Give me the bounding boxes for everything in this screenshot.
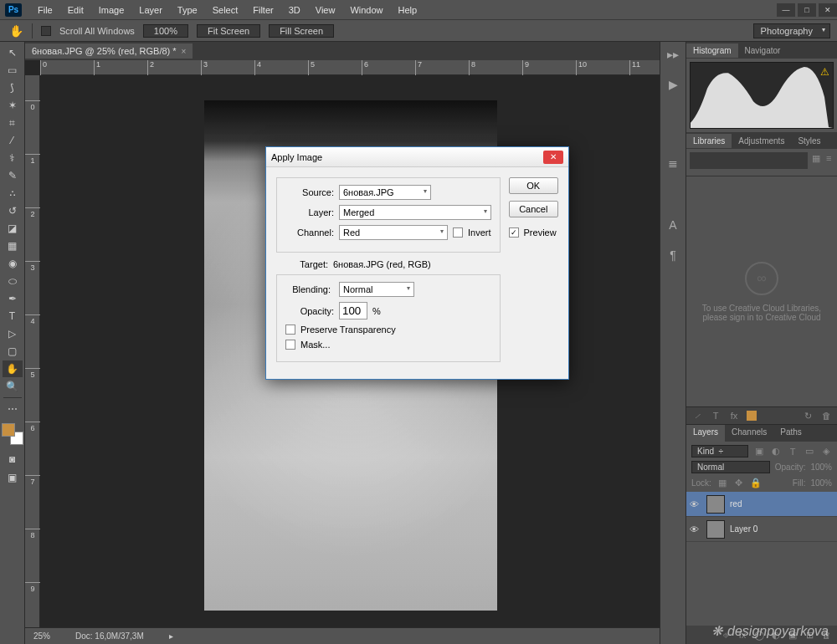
menu-type[interactable]: Type xyxy=(170,5,205,15)
fit-screen-button[interactable]: Fit Screen xyxy=(197,24,260,38)
hand-tool-icon[interactable]: ✋ xyxy=(8,23,23,38)
styles-tab[interactable]: Styles xyxy=(791,134,827,148)
history-panel-icon[interactable]: ▶ xyxy=(665,77,680,92)
type-tool-icon[interactable]: T xyxy=(3,308,23,325)
preview-checkbox[interactable]: ✓ xyxy=(509,227,519,238)
document-tab[interactable]: 6новая.JPG @ 25% (red, RGB/8) * × xyxy=(25,43,193,59)
lock-pixels-icon[interactable]: ▦ xyxy=(716,477,728,488)
layer-name[interactable]: red xyxy=(730,499,742,509)
status-arrow-icon[interactable]: ▸ xyxy=(169,631,173,641)
menu-select[interactable]: Select xyxy=(205,5,246,15)
menu-3d[interactable]: 3D xyxy=(281,5,308,15)
workspace-select[interactable]: Photography xyxy=(753,23,830,38)
menu-view[interactable]: View xyxy=(308,5,343,15)
dialog-close-button[interactable]: ✕ xyxy=(543,151,563,164)
crop-tool-icon[interactable]: ⌗ xyxy=(3,115,23,131)
channel-select[interactable]: Red xyxy=(339,225,448,240)
dodge-tool-icon[interactable]: ⬭ xyxy=(3,273,23,289)
layers-tab[interactable]: Layers xyxy=(686,425,725,442)
preserve-transparency-checkbox[interactable] xyxy=(285,325,295,335)
eyedropper-tool-icon[interactable]: ⁄ xyxy=(3,132,23,149)
path-select-tool-icon[interactable]: ▷ xyxy=(3,325,23,342)
source-select[interactable]: 6новая.JPG xyxy=(339,185,431,200)
expand-icon[interactable]: ▸▸ xyxy=(665,47,680,62)
close-button[interactable]: ✕ xyxy=(819,3,837,17)
opacity-value[interactable]: 100% xyxy=(810,463,832,472)
minimize-button[interactable]: — xyxy=(777,3,795,17)
filter-kind-select[interactable]: Kind ÷ xyxy=(691,445,748,457)
menu-image[interactable]: Image xyxy=(91,5,132,15)
move-tool-icon[interactable]: ↖ xyxy=(3,44,23,61)
paragraph-panel-icon[interactable]: ¶ xyxy=(665,248,680,263)
visibility-icon[interactable]: 👁 xyxy=(690,499,701,509)
layer-row[interactable]: 👁 red xyxy=(686,492,837,517)
library-select[interactable] xyxy=(690,152,808,169)
curves-icon[interactable]: ⟋ xyxy=(691,410,703,422)
layer-name[interactable]: Layer 0 xyxy=(730,524,757,534)
navigator-tab[interactable]: Navigator xyxy=(738,43,788,58)
menu-window[interactable]: Window xyxy=(342,5,390,15)
shape-tool-icon[interactable]: ▢ xyxy=(3,343,23,360)
layer-thumbnail[interactable] xyxy=(706,495,725,514)
zoom-100-button[interactable]: 100% xyxy=(143,24,188,38)
layer-select[interactable]: Merged xyxy=(339,205,491,220)
visibility-icon[interactable]: 👁 xyxy=(690,524,701,534)
histogram-tab[interactable]: Histogram xyxy=(686,43,738,58)
libraries-tab[interactable]: Libraries xyxy=(686,134,732,148)
menu-layer[interactable]: Layer xyxy=(131,5,170,15)
adjustments-tab[interactable]: Adjustments xyxy=(732,134,791,148)
quick-select-tool-icon[interactable]: ✶ xyxy=(3,97,23,114)
menu-help[interactable]: Help xyxy=(391,5,425,15)
color-icon[interactable] xyxy=(747,411,757,421)
menu-filter[interactable]: Filter xyxy=(245,5,280,15)
fill-value[interactable]: 100% xyxy=(810,478,832,488)
blend-mode-select[interactable]: Normal xyxy=(691,461,770,473)
dialog-titlebar[interactable]: Apply Image ✕ xyxy=(266,147,568,167)
opacity-input[interactable] xyxy=(339,302,367,319)
filter-img-icon[interactable]: ▣ xyxy=(753,446,765,457)
blending-select[interactable]: Normal xyxy=(339,282,414,297)
fx-icon[interactable]: fx xyxy=(728,410,740,422)
tab-close-icon[interactable]: × xyxy=(182,47,187,56)
clone-stamp-tool-icon[interactable]: ⛬ xyxy=(3,185,23,202)
channels-tab[interactable]: Channels xyxy=(725,425,773,442)
foreground-color-swatch[interactable] xyxy=(2,423,15,437)
filter-type-icon[interactable]: T xyxy=(787,446,798,457)
gradient-tool-icon[interactable]: ▦ xyxy=(3,238,23,254)
mask-checkbox[interactable] xyxy=(285,340,295,350)
sync-icon[interactable]: ↻ xyxy=(802,410,814,422)
trash-icon[interactable]: 🗑 xyxy=(820,410,832,422)
filter-shape-icon[interactable]: ▭ xyxy=(804,446,815,457)
ok-button[interactable]: OK xyxy=(509,177,558,194)
screen-mode-icon[interactable]: ▣ xyxy=(3,469,23,486)
edit-toolbar-icon[interactable]: ⋯ xyxy=(3,401,23,417)
filter-smart-icon[interactable]: ◈ xyxy=(820,446,832,457)
color-swatches[interactable] xyxy=(2,423,23,445)
cancel-button[interactable]: Cancel xyxy=(509,201,558,217)
properties-panel-icon[interactable]: ≣ xyxy=(665,156,680,171)
lock-position-icon[interactable]: ✥ xyxy=(733,477,745,488)
maximize-button[interactable]: □ xyxy=(798,3,816,17)
brush-tool-icon[interactable]: ✎ xyxy=(3,167,23,184)
menu-edit[interactable]: Edit xyxy=(60,5,91,15)
marquee-tool-icon[interactable]: ▭ xyxy=(3,62,23,79)
lasso-tool-icon[interactable]: ⟆ xyxy=(3,79,23,96)
layer-thumbnail[interactable] xyxy=(706,520,725,539)
scroll-all-checkbox[interactable] xyxy=(41,26,51,36)
history-brush-tool-icon[interactable]: ↺ xyxy=(3,202,23,219)
menu-file[interactable]: File xyxy=(30,5,60,15)
type-icon[interactable]: T xyxy=(710,410,721,422)
zoom-tool-icon[interactable]: 🔍 xyxy=(3,378,23,395)
pen-tool-icon[interactable]: ✒ xyxy=(3,290,23,307)
hand-tool-icon[interactable]: ✋ xyxy=(3,360,23,377)
list-view-icon[interactable]: ≡ xyxy=(824,152,834,164)
eraser-tool-icon[interactable]: ◪ xyxy=(3,220,23,237)
filter-adj-icon[interactable]: ◐ xyxy=(770,446,782,457)
warning-icon[interactable]: ⚠ xyxy=(820,66,829,78)
invert-checkbox[interactable] xyxy=(453,227,463,238)
quick-mask-icon[interactable]: ◙ xyxy=(3,451,23,468)
character-panel-icon[interactable]: A xyxy=(665,217,680,233)
grid-view-icon[interactable]: ▦ xyxy=(811,152,820,164)
paths-tab[interactable]: Paths xyxy=(773,425,809,442)
lock-all-icon[interactable]: 🔒 xyxy=(750,477,762,488)
